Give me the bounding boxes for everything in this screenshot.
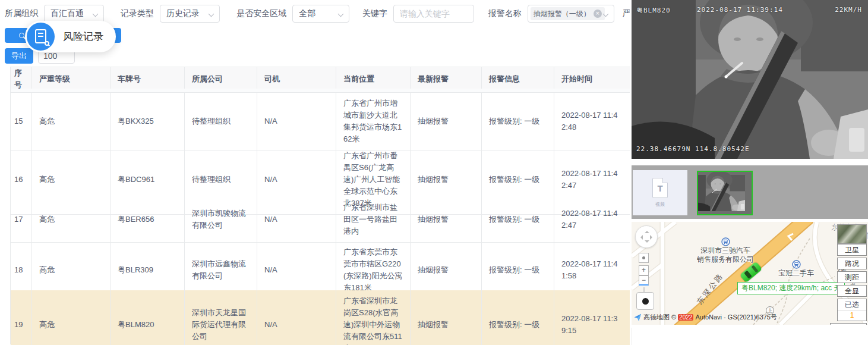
table-row-partial (11, 89, 630, 93)
map-pan-control[interactable] (635, 225, 658, 248)
chevron-down-icon (93, 11, 99, 17)
driver-photo (632, 0, 868, 159)
map[interactable]: 东深公路 围岭路 东莞市东 材 深圳市三驰汽车 销售服务有限公司 (632, 222, 868, 325)
show-fence-button[interactable]: 显示围栏 (830, 323, 867, 325)
camera-datetime-overlay: 2022-08-17 11:39:14 (697, 6, 783, 14)
map-control-column: 卫星 路况 测距 全显 已选 1 显示围栏 (830, 224, 867, 325)
selected-count-box[interactable]: 已选 1 (837, 299, 867, 321)
org-filter-label: 所属组织 (5, 8, 38, 19)
file-thumbnail[interactable]: T 视频 (633, 170, 687, 215)
alarm-name-label: 报警名称 (488, 8, 522, 19)
satellite-button[interactable]: 卫星 (837, 244, 867, 256)
measure-button[interactable]: 测距 (837, 271, 867, 283)
map-attribution: 高德地图 © 2022 AutoNavi - GS(2021)6375号 (634, 313, 777, 322)
table-row[interactable]: 17 高危 粤BER656 深圳市凯骏物流有限公司 N/A 广东省深圳市盐田区一… (11, 197, 630, 242)
photo-thumbnail-selected[interactable] (697, 171, 753, 215)
file-caption: 视频 (655, 201, 665, 208)
camera-snapshot: 粤BLM820 2022-08-17 11:39:14 22KM/H 22.38… (632, 0, 868, 159)
zoom-out-button[interactable]: − (639, 275, 649, 286)
thumbnail-strip: T 视频 (632, 165, 868, 219)
pill-label: 风险记录 (63, 30, 103, 43)
risk-records-table: 序号 严重等级 车牌号 所属公司 司机 当前位置 最新报警 报警信息 开始时间 … (10, 67, 630, 344)
table-row-selected[interactable]: 19 高危 粤BLM820 深圳市天龙星国际货运代理有限公司 N/A 广东省深圳… (11, 290, 630, 344)
chevron-down-icon (209, 11, 214, 17)
safe-area-label: 是否安全区域 (236, 8, 286, 19)
streetview-button[interactable] (636, 292, 654, 310)
detail-panel: 粤BLM820 2022-08-17 11:39:14 22KM/H 22.38… (632, 0, 868, 345)
record-search-icon (27, 23, 55, 51)
vehicle-tooltip: 粤BLM820; 速度29km/h; acc 开 (737, 282, 845, 294)
bus-icon (792, 260, 801, 269)
app-window: 所属组织 百汇百通 记录类型 历史记录 是否安全区域 全部 关键字 报警名称 抽… (0, 0, 868, 345)
tag-close-icon[interactable]: × (594, 10, 602, 18)
satellite-preview[interactable] (837, 224, 867, 244)
record-type-select[interactable]: 历史记录 (160, 5, 220, 23)
org-select[interactable]: 百汇百通 (44, 5, 104, 23)
amap-logo-icon (634, 313, 642, 321)
zoom-in-button[interactable]: + (639, 265, 649, 275)
table-row[interactable]: 18 高危 粤BLR309 深圳市远鑫物流有限公司 N/A 广东省东莞市东莞市市… (11, 242, 630, 290)
poi-dealer: 深圳市三驰汽车 销售服务有限公司 (684, 237, 767, 264)
export-button[interactable]: 导出 (5, 48, 33, 64)
safe-area-select[interactable]: 全部 (292, 5, 349, 23)
chevron-down-icon (337, 11, 343, 17)
bus-icon (721, 237, 730, 246)
table-header-row: 序号 严重等级 车牌号 所属公司 司机 当前位置 最新报警 报警信息 开始时间 (11, 67, 630, 89)
locate-button[interactable] (639, 253, 649, 263)
alarm-name-select[interactable]: 抽烟报警（一级） × (528, 5, 614, 23)
table-row[interactable]: 15 高危 粤BKX325 待整理组织 N/A 广东省广州市增城市新沙大道北集邦… (11, 93, 630, 145)
camera-plate-overlay: 粤BLM820 (636, 6, 671, 15)
keyword-input[interactable] (393, 5, 474, 23)
camera-coords-overlay: 22.38.46679N 114.8.80542E (636, 145, 750, 153)
search-icon (19, 33, 24, 38)
record-type-label: 记录类型 (121, 8, 154, 19)
show-all-button[interactable]: 全显 (837, 285, 867, 297)
risk-records-floating-pill[interactable]: 风险记录 (25, 21, 116, 52)
panel-footer-space (632, 328, 868, 345)
filter-bar: 所属组织 百汇百通 记录类型 历史记录 是否安全区域 全部 关键字 报警名称 抽… (5, 5, 630, 23)
alarm-tag: 抽烟报警（一级） × (531, 7, 605, 20)
file-icon: T (652, 178, 668, 198)
camera-speed-overlay: 22KM/H (835, 6, 862, 14)
severity-label: 严重等级 (623, 8, 630, 19)
risk-records-panel: 所属组织 百汇百通 记录类型 历史记录 是否安全区域 全部 关键字 报警名称 抽… (0, 0, 630, 345)
table-row[interactable]: 16 高危 粤BDC961 待整理组织 N/A 广东省广州市番禺区S6(广龙高速… (11, 145, 630, 197)
amap-year-badge: 2022 (678, 314, 693, 321)
traffic-button[interactable]: 路况 (837, 258, 867, 269)
poi-used-cars: 宝冠二手车 (763, 260, 829, 278)
keyword-label: 关键字 (362, 8, 387, 19)
selected-count: 1 (838, 310, 866, 321)
